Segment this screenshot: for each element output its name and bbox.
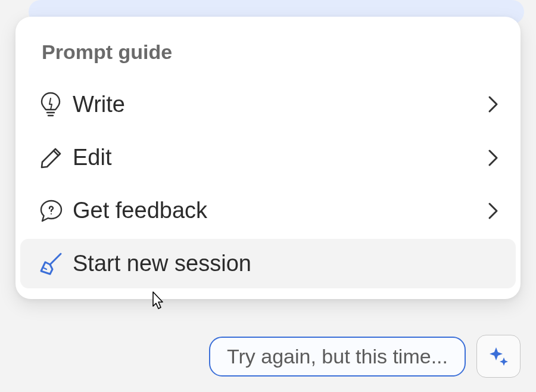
menu-item-edit[interactable]: Edit	[20, 133, 516, 182]
menu-item-label: Edit	[73, 145, 475, 170]
menu-item-write[interactable]: Write	[20, 79, 516, 129]
menu-list: Write Edit	[15, 79, 521, 288]
chevron-right-icon	[475, 201, 499, 220]
broom-icon	[39, 251, 73, 276]
prompt-input[interactable]: Try again, but this time...	[209, 337, 466, 377]
chevron-right-icon	[475, 95, 499, 114]
pencil-icon	[39, 146, 73, 170]
menu-item-label: Start new session	[73, 251, 475, 276]
menu-item-start-new-session[interactable]: Start new session	[20, 239, 516, 288]
ai-generate-button[interactable]	[476, 335, 521, 378]
svg-line-2	[50, 254, 61, 265]
feedback-icon	[39, 198, 73, 223]
svg-line-3	[44, 268, 46, 269]
lightbulb-icon	[39, 91, 73, 117]
menu-item-label: Get feedback	[73, 198, 475, 223]
chevron-right-icon	[475, 148, 499, 167]
menu-title: Prompt guide	[15, 41, 521, 76]
svg-point-1	[51, 213, 52, 214]
menu-item-get-feedback[interactable]: Get feedback	[20, 186, 516, 235]
menu-item-label: Write	[73, 92, 475, 117]
sparkle-icon	[487, 344, 510, 368]
bottom-bar: Try again, but this time...	[209, 335, 521, 378]
prompt-guide-menu: Prompt guide Write	[15, 17, 521, 299]
